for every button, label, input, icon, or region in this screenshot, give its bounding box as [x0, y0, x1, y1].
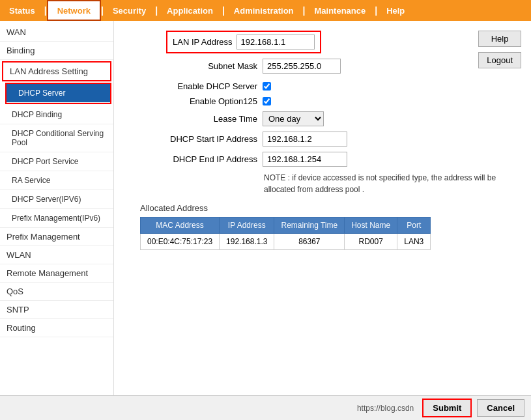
cell-port: LAN3: [397, 234, 431, 250]
cancel-button[interactable]: Cancel: [477, 399, 524, 417]
lease-time-label: Lease Time: [153, 114, 257, 124]
sidebar-item-dhcp-server[interactable]: DHCP Server: [7, 84, 110, 103]
nav-administration[interactable]: Administration: [225, 0, 303, 21]
enable-dhcp-checkbox[interactable]: [263, 82, 271, 91]
allocated-address-table: MAC Address IP Address Remaining Time Ho…: [140, 217, 431, 250]
sidebar-item-wan[interactable]: WAN: [0, 23, 113, 42]
enable-option125-label: Enable Option125: [153, 96, 257, 106]
sidebar-item-qos[interactable]: QoS: [0, 283, 113, 301]
sidebar-item-remote-mgmt[interactable]: Remote Management: [0, 264, 113, 283]
sidebar-item-dhcp-binding[interactable]: DHCP Binding: [0, 105, 113, 124]
submit-button[interactable]: Submit: [422, 399, 472, 417]
nav-network[interactable]: Network: [47, 0, 101, 21]
sidebar-item-prefix-mgmt-ipv6[interactable]: Prefix Management(IPv6): [0, 209, 113, 228]
note-text: NOTE : if device accessed is not specifi…: [264, 172, 511, 195]
dhcp-start-input[interactable]: [263, 132, 347, 147]
sidebar-item-lan-address[interactable]: LAN Address Setting: [3, 63, 110, 80]
nav-status[interactable]: Status: [0, 0, 44, 21]
table-row: 00:E0:4C:75:17:23192.168.1.386367RD007LA…: [141, 234, 431, 250]
lan-ip-group: LAN IP Address: [166, 31, 321, 53]
bottom-url: https://blog.csdn: [7, 404, 417, 413]
help-button[interactable]: Help: [478, 31, 521, 47]
enable-option125-checkbox[interactable]: [263, 97, 271, 105]
dhcp-end-row: DHCP End IP Address: [140, 152, 518, 167]
sidebar-item-routing[interactable]: Routing: [0, 319, 113, 337]
cell-hostname: RD007: [345, 234, 397, 250]
dhcp-start-label: DHCP Start IP Address: [140, 134, 257, 144]
sidebar-item-dhcp-port-service[interactable]: DHCP Port Service: [0, 152, 113, 171]
cell-remaining: 86367: [274, 234, 345, 250]
main-layout: WAN Binding LAN Address Setting DHCP Ser…: [0, 21, 531, 395]
lease-time-select[interactable]: One day Half day Two hours One hour 30 m…: [263, 111, 324, 126]
sidebar-item-prefix-mgmt[interactable]: Prefix Management: [0, 228, 113, 246]
subnet-row: Subnet Mask: [153, 59, 518, 74]
subnet-label: Subnet Mask: [153, 61, 257, 71]
dhcp-end-label: DHCP End IP Address: [140, 154, 257, 164]
sidebar-item-dhcp-conditional[interactable]: DHCP Conditional Serving Pool: [0, 124, 113, 152]
dhcp-start-row: DHCP Start IP Address: [140, 132, 518, 147]
lease-time-row: Lease Time One day Half day Two hours On…: [153, 111, 518, 126]
col-remaining: Remaining Time: [274, 217, 345, 234]
nav-help[interactable]: Help: [377, 0, 414, 21]
col-hostname: Host Name: [345, 217, 397, 234]
bottom-bar: https://blog.csdn Submit Cancel: [0, 395, 531, 420]
sidebar-item-wlan[interactable]: WLAN: [0, 246, 113, 264]
enable-option125-row: Enable Option125: [153, 96, 518, 106]
enable-dhcp-row: Enable DHCP Server: [153, 81, 518, 91]
content-area: Help Logout LAN IP Address Subnet Mask E…: [114, 21, 531, 395]
nav-application[interactable]: Application: [158, 0, 222, 21]
right-buttons: Help Logout: [478, 31, 521, 68]
nav-maintenance[interactable]: Maintenance: [305, 0, 375, 21]
cell-mac: 00:E0:4C:75:17:23: [141, 234, 220, 250]
lan-ip-section: LAN IP Address: [166, 31, 518, 53]
sidebar: WAN Binding LAN Address Setting DHCP Ser…: [0, 21, 114, 395]
col-port: Port: [397, 217, 431, 234]
alloc-title: Allocated Address: [140, 203, 518, 213]
col-mac: MAC Address: [141, 217, 220, 234]
top-navigation: Status | Network | Security | Applicatio…: [0, 0, 531, 21]
sidebar-item-ra-service[interactable]: RA Service: [0, 171, 113, 190]
nav-security[interactable]: Security: [104, 0, 155, 21]
lan-ip-label: LAN IP Address: [173, 37, 233, 47]
col-ip: IP Address: [220, 217, 274, 234]
dhcp-end-input[interactable]: [263, 152, 347, 167]
enable-dhcp-label: Enable DHCP Server: [153, 81, 257, 91]
sidebar-item-dhcp-server-ipv6[interactable]: DHCP Server(IPV6): [0, 190, 113, 209]
subnet-input[interactable]: [263, 59, 341, 74]
lan-ip-input[interactable]: [237, 35, 315, 49]
logout-button[interactable]: Logout: [478, 52, 521, 68]
cell-ip: 192.168.1.3: [220, 234, 274, 250]
sidebar-item-binding[interactable]: Binding: [0, 42, 113, 60]
sidebar-item-sntp[interactable]: SNTP: [0, 301, 113, 319]
